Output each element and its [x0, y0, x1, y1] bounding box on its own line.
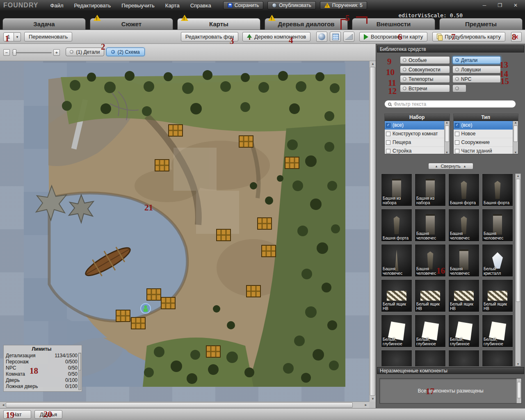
asset-thumbnail[interactable]: Башня форта: [381, 209, 412, 242]
map-index-dropdown[interactable]: 1: [3, 32, 14, 41]
menu-item[interactable]: Карта: [160, 2, 185, 9]
zoom-out-button[interactable]: [3, 49, 10, 56]
menu-item[interactable]: Перевыучить: [116, 2, 160, 9]
main-tab[interactable]: Деревья диалогов: [265, 18, 348, 30]
list-item[interactable]: Новое: [454, 130, 513, 138]
rename-button[interactable]: Переименовать: [24, 32, 72, 41]
sphere-view-button[interactable]: [316, 32, 327, 42]
asset-thumbnail[interactable]: [482, 350, 513, 366]
errands-button[interactable]: Поручения: 5: [320, 1, 367, 9]
publish-button[interactable]: Опубликовать: [267, 1, 315, 9]
asset-thumbnail[interactable]: Башня человечес: [448, 244, 479, 277]
library-category-button[interactable]: Телепорты: [400, 75, 450, 83]
scroll-thumb[interactable]: [516, 179, 520, 302]
play-map-button[interactable]: Воспроизвести карту: [359, 32, 427, 41]
unplaced-scrollbar[interactable]: [516, 379, 521, 403]
scroll-up-icon[interactable]: [445, 121, 450, 124]
library-category-button[interactable]: Особые: [400, 56, 450, 64]
checkbox-icon[interactable]: [455, 132, 459, 136]
list-item[interactable]: Пещера: [385, 138, 444, 147]
scroll-down-icon[interactable]: [516, 363, 520, 365]
library-category-button[interactable]: Ловушки: [452, 66, 501, 73]
asset-thumbnail[interactable]: Белый, глубинное: [448, 315, 479, 347]
map-vscroll-thumb[interactable]: [370, 67, 375, 396]
filter-input[interactable]: [394, 101, 512, 107]
checkbox-icon[interactable]: [386, 149, 390, 153]
main-tab[interactable]: Внешности: [352, 18, 435, 30]
asset-thumbnail[interactable]: Башня из набора: [415, 173, 446, 206]
asset-thumbnail[interactable]: Белый ящик НВ: [415, 279, 446, 312]
scroll-thumb[interactable]: [514, 126, 518, 142]
scroll-right-icon[interactable]: [363, 403, 369, 407]
list-item[interactable]: Части зданий: [454, 147, 513, 154]
asset-thumbnail[interactable]: Белый, глубинное: [482, 315, 513, 347]
duplicate-map-button[interactable]: Продублировать карту: [432, 32, 505, 41]
scroll-down-icon[interactable]: [370, 397, 376, 401]
asset-thumbnail[interactable]: Башня форта: [448, 173, 479, 206]
measure-button[interactable]: [343, 32, 354, 42]
library-category-button[interactable]: Встречи: [400, 84, 450, 92]
library-category-button[interactable]: NPC: [452, 75, 501, 83]
checkbox-icon[interactable]: [386, 140, 390, 145]
main-tab[interactable]: Карты: [177, 18, 260, 30]
main-tab[interactable]: Предметы: [439, 18, 523, 30]
checkbox-icon[interactable]: [386, 132, 390, 136]
map-image[interactable]: [24, 63, 345, 387]
delete-map-button[interactable]: [511, 32, 522, 42]
asset-thumbnail[interactable]: Башня человечес: [415, 244, 446, 277]
maximize-icon[interactable]: [495, 2, 504, 8]
asset-thumbnail[interactable]: [381, 350, 412, 366]
list-item[interactable]: (все): [385, 121, 444, 130]
asset-thumbnail[interactable]: Белый ящик НВ: [381, 279, 412, 312]
main-tab[interactable]: Сюжет: [90, 18, 173, 30]
scroll-up-icon[interactable]: [516, 174, 520, 177]
checkbox-icon[interactable]: [386, 123, 390, 128]
list-item[interactable]: Стройка: [385, 147, 444, 154]
menu-item[interactable]: Файл: [45, 2, 69, 9]
scroll-up-icon[interactable]: [370, 62, 376, 66]
menu-item[interactable]: Редактировать: [68, 2, 116, 9]
map-canvas[interactable]: Лимиты Детализация 1134/1500 Персонаж 0/…: [0, 61, 369, 402]
list-item[interactable]: Сооружение: [454, 138, 513, 147]
asset-thumbnail[interactable]: Башня человечес: [482, 209, 513, 242]
library-category-button[interactable]: Детали: [452, 56, 501, 64]
grid-view-button[interactable]: [330, 32, 341, 42]
checkbox-icon[interactable]: [455, 123, 459, 128]
scroll-up-icon[interactable]: [513, 121, 518, 124]
asset-thumbnail[interactable]: Башня человечес: [415, 209, 446, 242]
asset-thumbnail[interactable]: Белый, глубинное: [381, 315, 412, 347]
bottom-bar-button[interactable]: Чат: [3, 410, 31, 419]
asset-thumbnail[interactable]: Белый кристалл: [482, 244, 513, 277]
close-icon[interactable]: [511, 2, 520, 8]
asset-thumbnail[interactable]: Башня человечес: [448, 209, 479, 242]
asset-thumbnail[interactable]: Белый ящик НВ: [448, 279, 479, 312]
map-index-dropdown-arrow[interactable]: [14, 32, 21, 41]
zoom-in-button[interactable]: [53, 49, 60, 56]
map-view-tab[interactable]: (2) Схема: [106, 48, 145, 56]
map-view-tab[interactable]: (1) Детали: [66, 48, 104, 56]
asset-thumbnail[interactable]: [415, 350, 446, 366]
asset-thumbnail[interactable]: Белый, глубинное: [415, 315, 446, 347]
collapse-button[interactable]: Свернуть: [428, 163, 473, 169]
map-horizontal-scrollbar[interactable]: [0, 402, 369, 408]
asset-thumbnail[interactable]: Башня из набора: [381, 173, 412, 206]
checkbox-icon[interactable]: [455, 140, 459, 145]
set-list-scrollbar[interactable]: [444, 121, 450, 154]
list-item[interactable]: (все): [454, 121, 513, 130]
asset-thumbnail[interactable]: Башня форта: [482, 173, 513, 206]
asset-thumbnail[interactable]: Башня человечес: [381, 244, 412, 277]
component-tree-button[interactable]: Дерево компонентов: [242, 32, 310, 41]
bottom-bar-button[interactable]: Друзья: [34, 410, 62, 419]
zoom-slider-handle[interactable]: [13, 49, 16, 56]
checkbox-icon[interactable]: [455, 149, 459, 153]
limits-scrollbar[interactable]: [78, 353, 81, 390]
main-tab[interactable]: Задача: [2, 18, 86, 30]
minimize-icon[interactable]: [480, 2, 489, 8]
type-list-scrollbar[interactable]: [513, 121, 518, 154]
save-button[interactable]: Сохранить: [223, 1, 264, 9]
scroll-down-icon[interactable]: [445, 151, 450, 154]
library-category-button[interactable]: Совокупности: [400, 66, 450, 73]
zoom-slider-track[interactable]: [12, 52, 52, 53]
menu-item[interactable]: Справка: [185, 2, 217, 9]
map-hscroll-thumb[interactable]: [6, 402, 353, 408]
